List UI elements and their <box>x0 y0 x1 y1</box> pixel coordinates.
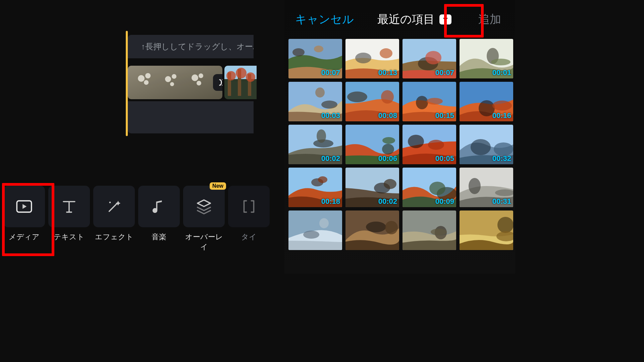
media-cell[interactable]: 00:07 <box>402 39 456 78</box>
transition-icon <box>218 78 222 87</box>
clip-duration: 00:08 <box>378 111 397 120</box>
clip-duration: 00:06 <box>378 154 397 163</box>
tool-media[interactable]: メディア <box>3 186 45 252</box>
media-cell[interactable] <box>460 210 513 250</box>
tool-button[interactable] <box>138 186 180 227</box>
svg-point-6 <box>170 82 174 86</box>
tool-overlay[interactable]: New オーバーレイ <box>183 186 225 252</box>
media-icon <box>14 197 34 216</box>
clip-duration: 00:18 <box>321 197 340 206</box>
media-cell[interactable]: 00:03 <box>288 82 342 121</box>
svg-point-19 <box>109 202 111 203</box>
svg-point-70 <box>319 218 329 228</box>
svg-point-39 <box>416 96 428 109</box>
overlay-track-hint: ↑長押ししてドラッグし、オーバー <box>128 35 254 58</box>
album-selector[interactable]: 最近の項目 <box>377 12 451 27</box>
svg-point-8 <box>199 73 203 78</box>
svg-point-40 <box>427 98 443 105</box>
tool-label: オーバーレイ <box>183 232 225 252</box>
media-cell[interactable]: 00:09 <box>402 168 456 207</box>
music-icon <box>149 197 169 216</box>
media-cell[interactable]: 00:08 <box>345 82 399 121</box>
svg-point-54 <box>471 139 491 155</box>
tool-strip: メディア テキスト エフェクト 音楽 New <box>3 186 270 252</box>
video-track[interactable] <box>128 66 254 99</box>
tool-button[interactable] <box>93 186 135 227</box>
svg-point-9 <box>197 81 201 85</box>
clip-duration: 00:16 <box>492 111 511 120</box>
clip-duration: 00:05 <box>435 154 454 163</box>
svg-point-37 <box>381 90 394 104</box>
bracket-icon <box>239 197 259 216</box>
media-cell[interactable] <box>288 210 342 250</box>
media-grid[interactable]: 00:07 00:13 00:07 00:01 00:03 00:08 00 <box>288 39 511 274</box>
cancel-button[interactable]: キャンセル <box>295 12 354 27</box>
media-picker: キャンセル 最近の項目 追加 00:07 00:13 00:07 <box>284 0 515 274</box>
clip-thumb <box>224 66 257 99</box>
clip-duration: 00:02 <box>378 197 397 206</box>
svg-point-78 <box>497 217 513 233</box>
empty-track[interactable] <box>128 101 254 133</box>
tool-title[interactable]: タイ <box>228 186 270 252</box>
tool-music[interactable]: 音楽 <box>138 186 180 252</box>
media-cell[interactable]: 00:13 <box>345 39 399 78</box>
media-thumb <box>288 210 342 250</box>
transition-button[interactable] <box>213 74 222 91</box>
svg-rect-0 <box>128 66 222 99</box>
wand-icon <box>104 197 124 216</box>
svg-point-4 <box>165 76 171 82</box>
media-cell[interactable]: 00:18 <box>288 168 342 207</box>
media-cell[interactable]: 00:06 <box>345 125 399 164</box>
clip-duration: 00:03 <box>321 111 340 120</box>
add-button[interactable]: 追加 <box>475 9 504 30</box>
svg-point-21 <box>292 48 305 56</box>
svg-point-51 <box>408 135 424 148</box>
svg-point-17 <box>246 72 255 82</box>
svg-point-66 <box>469 178 481 194</box>
clip-duration: 00:07 <box>435 68 454 77</box>
media-cell[interactable]: 00:15 <box>402 82 456 121</box>
svg-point-22 <box>314 46 323 52</box>
media-cell[interactable]: 00:02 <box>345 168 399 207</box>
svg-point-3 <box>144 80 149 85</box>
tool-button[interactable] <box>3 186 45 227</box>
svg-point-33 <box>321 101 337 109</box>
svg-point-28 <box>425 51 441 64</box>
svg-point-46 <box>317 129 326 143</box>
editor-pane: ↑長押ししてドラッグし、オーバー <box>0 0 254 274</box>
clip-duration: 00:09 <box>435 197 454 206</box>
tool-button[interactable] <box>228 186 270 227</box>
media-thumb <box>402 210 456 250</box>
new-badge: New <box>210 182 226 190</box>
clip-1[interactable] <box>128 66 222 99</box>
media-cell[interactable]: 00:07 <box>288 39 342 78</box>
svg-point-55 <box>494 142 513 156</box>
media-cell[interactable] <box>345 210 399 250</box>
media-cell[interactable]: 00:01 <box>460 39 513 78</box>
tool-text[interactable]: テキスト <box>48 186 90 252</box>
picker-title: 最近の項目 <box>377 12 435 27</box>
clip-2[interactable] <box>224 66 257 99</box>
chevron-down-icon <box>439 14 451 24</box>
svg-point-49 <box>382 137 395 144</box>
media-cell[interactable]: 00:32 <box>460 125 513 164</box>
media-cell[interactable]: 00:05 <box>402 125 456 164</box>
svg-point-1 <box>138 75 145 82</box>
svg-point-61 <box>384 179 396 189</box>
hint-text: ↑長押ししてドラッグし、オーバー <box>141 41 254 52</box>
media-cell[interactable]: 00:16 <box>460 82 513 121</box>
svg-point-48 <box>382 144 394 155</box>
media-cell[interactable] <box>402 210 456 250</box>
svg-point-7 <box>192 74 198 81</box>
tool-effect[interactable]: エフェクト <box>93 186 135 252</box>
layers-icon <box>194 197 214 216</box>
media-cell[interactable]: 00:02 <box>288 125 342 164</box>
tool-button[interactable] <box>183 186 225 227</box>
svg-point-15 <box>226 71 236 80</box>
clip-duration: 00:13 <box>378 68 397 77</box>
tool-button[interactable] <box>48 186 90 227</box>
svg-point-36 <box>347 92 367 102</box>
picker-header: キャンセル 最近の項目 追加 <box>284 0 515 39</box>
media-cell[interactable]: 00:31 <box>460 168 513 207</box>
svg-point-76 <box>431 229 447 235</box>
